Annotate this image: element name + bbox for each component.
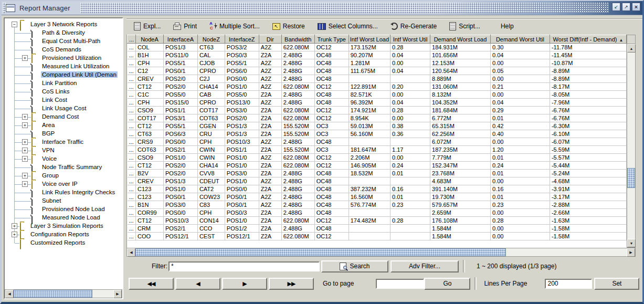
expand-toggle-icon[interactable]: + (22, 55, 28, 61)
table-row[interactable]: ...C123POS0/1COW23POS0/1A2Z2.488GOC4816.… (128, 193, 627, 201)
table-row[interactable]: ...B1HPOS11/0CALPOS0/3Z2A2.488GOC4890.20… (128, 51, 627, 59)
tree-item-customized-reports[interactable]: Customized Reports (5, 239, 122, 247)
tree-horizontal-scrollbar[interactable]: ◀ ▶ (5, 289, 122, 298)
tree-item-area[interactable]: +Area (5, 121, 122, 130)
tree-item-voice[interactable]: +Voice (5, 155, 122, 163)
set-button[interactable]: Set (594, 278, 639, 290)
table-row[interactable]: ...CRS9POS0/0CPHPOS10/3A2Z2.488GOC486.07… (128, 138, 627, 146)
tree-item-cos-demands[interactable]: CoS Demands (5, 46, 122, 54)
column-header-intf-worst-load[interactable]: Intf Worst Load (349, 35, 390, 44)
tree-item-demand-cost[interactable]: +Demand Cost (5, 113, 122, 121)
tree-scroll-track[interactable] (14, 290, 113, 298)
table-row[interactable]: ...CREVPOS2/0C2JPOS0/0A2Z2.488GOC488.889… (128, 75, 627, 83)
table-row[interactable]: ...CT63POS6/3CRUPOS1/3Z2A155.520MOC356.1… (128, 130, 627, 138)
tree-item-link-partition[interactable]: Link Partition (5, 79, 122, 88)
tree-item-subnet[interactable]: Subnet (5, 197, 122, 205)
table-row[interactable]: ...COLPOS1/3CT63POS3/2A2Z622.080MOC12173… (128, 44, 627, 51)
tree-item-provisioned-utilization[interactable]: +Provisioned Utilization (5, 54, 122, 62)
last-page-button[interactable]: ▶▶ (269, 278, 314, 290)
table-scroll-right-button[interactable]: ▶ (627, 248, 635, 257)
maximize-button[interactable]: ↗ (622, 3, 630, 11)
expand-toggle-icon[interactable]: + (12, 223, 17, 229)
column-header-demand-worst-load[interactable]: Demand Worst Load (430, 35, 491, 44)
table-horizontal-scrollbar[interactable]: ◀ ▶ (126, 248, 636, 257)
lines-per-page-input[interactable] (545, 279, 592, 289)
table-row[interactable]: ...COT63POS2/1CWINPOS1/1Z2A155.520MOC318… (128, 146, 627, 154)
table-row[interactable]: ...CT12POS10/3CON14POS1/0Z2A622.080MOC12… (128, 217, 627, 225)
table-row[interactable]: ...C123POS1/0CAT2POS0/0Z2A2.488GOC48387.… (128, 185, 627, 193)
column-header-nodea[interactable]: NodeA (135, 35, 163, 44)
table-row[interactable]: ...CSO9POS1/1COT17POS3/0Z2A622.080MOC121… (128, 107, 627, 114)
column-header-interfacez[interactable]: InterfaceZ (225, 35, 259, 44)
toolbar-button-help[interactable]: Help (493, 23, 514, 30)
toolbar-button-select-columns[interactable]: Select Columns... (318, 23, 378, 30)
toolbar-button-multiple-sort[interactable]: Multiple Sort... (209, 23, 260, 30)
table-row[interactable]: ...C1CPOS5/0CABPOS5/0Z2A2.488GOC4882.571… (128, 91, 627, 99)
column-header-dir[interactable]: Dir (259, 35, 281, 44)
tree-item-vpn[interactable]: +VPN (5, 146, 122, 155)
tree-item-bgp[interactable]: BGP (5, 130, 122, 138)
column-header-intf-worst-util[interactable]: Intf Worst Util (390, 35, 430, 44)
table-row[interactable]: ...B2VPOS2/0CVV8POS3/0Z2A2.488GOC4818.53… (128, 170, 627, 177)
restore-down-button[interactable]: ↙ (612, 3, 620, 11)
table-hscroll-thumb[interactable] (135, 248, 506, 256)
toolbar-button-expl[interactable]: Expl... (134, 22, 161, 30)
toolbar-button-print[interactable]: Print (173, 23, 197, 30)
column-header-bandwidth[interactable]: Bandwidth (281, 35, 314, 44)
collapse-toggle-icon[interactable]: − (12, 22, 17, 27)
go-button[interactable]: Go (424, 278, 470, 290)
tree-item-link-cost[interactable]: Link Cost (5, 96, 122, 104)
table-row[interactable]: ...CSO9POS1/0CWINPOS1/0A2Z622.080MOC122.… (128, 154, 627, 162)
table-row[interactable]: ...CPHPOS15/0CPROPOS13/0A2Z2.488GOC4896.… (128, 99, 627, 107)
table-row[interactable]: ...CT12POS2/0CHA14POS1/0A2Z622.080MOC121… (128, 83, 627, 91)
tree-scroll-right-button[interactable]: ▶ (113, 290, 122, 298)
tree-item-link-usage-cost[interactable]: Link Usage Cost (5, 104, 122, 113)
expand-toggle-icon[interactable]: + (22, 156, 28, 162)
expand-toggle-icon[interactable]: + (12, 232, 17, 237)
prev-page-button[interactable]: ◀ (175, 278, 220, 290)
column-header-item[interactable]: ... (128, 35, 136, 44)
expand-toggle-icon[interactable]: + (22, 173, 28, 179)
expand-toggle-icon[interactable]: + (22, 122, 28, 128)
table-hscroll-track[interactable] (135, 248, 627, 256)
column-header-nodez[interactable]: NodeZ (197, 35, 225, 44)
tree-item-layer-3-network-reports[interactable]: −Layer 3 Network Reports (5, 20, 122, 29)
first-page-button[interactable]: ◀◀ (129, 278, 174, 290)
toolbar-button-restore[interactable]: ↖Restore (272, 23, 305, 30)
tree-scroll-thumb[interactable] (14, 290, 92, 298)
page-number-input[interactable] (376, 279, 424, 289)
column-header-trunk-type[interactable]: Trunk Type (314, 35, 349, 44)
filter-input[interactable] (168, 261, 320, 271)
table-vertical-scrollbar[interactable]: ▲ ▼ (627, 35, 636, 248)
tree-item-cos-links[interactable]: CoS Links (5, 88, 122, 96)
tree-item-layer-3-simulation-reports[interactable]: +Layer 3 Simulation Reports (5, 222, 122, 230)
search-button[interactable]: Search (321, 260, 388, 272)
tree-scroll-left-button[interactable]: ◀ (5, 290, 14, 298)
table-row[interactable]: ...C12POS0/1CPROPOS6/0A2Z2.488GOC48111.6… (128, 67, 627, 75)
tree-item-link-rules-integrity-checks[interactable]: Link Rules Integrity Checks (5, 188, 122, 197)
table-vscroll-thumb[interactable] (627, 168, 635, 188)
tree-item-node-traffic-summary[interactable]: Node Traffic Summary (5, 163, 122, 172)
expand-toggle-icon[interactable]: + (22, 114, 28, 120)
close-button[interactable]: × (632, 3, 640, 11)
table-vscroll-track[interactable] (627, 53, 635, 239)
expand-toggle-icon[interactable]: + (22, 139, 28, 145)
tree-item-equal-cost-multi-path[interactable]: Equal Cost Multi-Path (5, 37, 122, 46)
table-row[interactable]: ...CT12POS2/0CHA14POS1/0Z2A622.080MOC121… (128, 162, 627, 170)
column-header-worst-diff-intf-demand[interactable]: Worst Diff(Intf - Demand)▲ (550, 35, 626, 44)
next-page-button[interactable]: ▶ (222, 278, 267, 290)
toolbar-button-script[interactable]: Script... (449, 22, 480, 30)
column-header-interfacea[interactable]: InterfaceA (163, 35, 197, 44)
tree-item-interface-traffic[interactable]: +Interface Traffic (5, 138, 122, 146)
table-row[interactable]: ...CPHPOS5/1CJOBPOS5/1A2Z2.488GOC481.281… (128, 59, 627, 67)
table-row[interactable]: ...COR99POS0/0CPHPOS0/3Z2A2.488GOC482.65… (128, 209, 627, 217)
table-scroll-left-button[interactable]: ◀ (127, 248, 135, 257)
table-row[interactable]: ...COOPOS12/1CESTPOS12/1Z2A622.080MOC121… (128, 233, 627, 240)
column-header-demand-worst-util[interactable]: Demand Worst Util (491, 35, 550, 44)
adv-filter-button[interactable]: Adv Filter... (390, 260, 459, 272)
expand-toggle-icon[interactable]: + (22, 181, 28, 187)
tree-item-measured-link-utilization[interactable]: Measured Link Utilization (5, 62, 122, 71)
tree-item-measured-node-load[interactable]: Measured Node Load (5, 214, 122, 222)
table-row[interactable]: ...COT17POS3/1COT63POS2/0Z2A622.080MOC12… (128, 114, 627, 122)
title-bar[interactable]: Report Manager ↙↗× (2, 1, 642, 15)
